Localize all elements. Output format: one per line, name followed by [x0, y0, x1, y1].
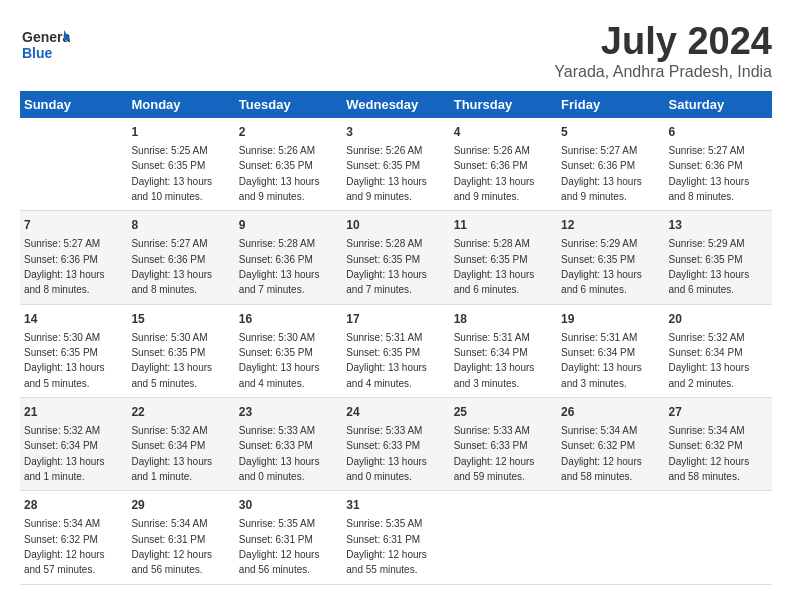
day-info: Sunrise: 5:25 AMSunset: 6:35 PMDaylight:…	[131, 145, 212, 202]
calendar-cell: 23 Sunrise: 5:33 AMSunset: 6:33 PMDaylig…	[235, 398, 342, 491]
calendar-cell: 22 Sunrise: 5:32 AMSunset: 6:34 PMDaylig…	[127, 398, 234, 491]
day-info: Sunrise: 5:27 AMSunset: 6:36 PMDaylight:…	[131, 238, 212, 295]
day-info: Sunrise: 5:28 AMSunset: 6:36 PMDaylight:…	[239, 238, 320, 295]
day-number: 2	[239, 124, 338, 141]
day-info: Sunrise: 5:30 AMSunset: 6:35 PMDaylight:…	[24, 332, 105, 389]
day-number: 23	[239, 404, 338, 421]
day-info: Sunrise: 5:35 AMSunset: 6:31 PMDaylight:…	[346, 518, 427, 575]
weekday-header-row: SundayMondayTuesdayWednesdayThursdayFrid…	[20, 91, 772, 118]
day-info: Sunrise: 5:32 AMSunset: 6:34 PMDaylight:…	[131, 425, 212, 482]
day-number: 12	[561, 217, 660, 234]
day-info: Sunrise: 5:35 AMSunset: 6:31 PMDaylight:…	[239, 518, 320, 575]
day-info: Sunrise: 5:29 AMSunset: 6:35 PMDaylight:…	[669, 238, 750, 295]
day-number: 22	[131, 404, 230, 421]
day-number: 14	[24, 311, 123, 328]
day-number: 5	[561, 124, 660, 141]
week-row-4: 21 Sunrise: 5:32 AMSunset: 6:34 PMDaylig…	[20, 398, 772, 491]
svg-text:General: General	[22, 29, 70, 45]
calendar-cell: 9 Sunrise: 5:28 AMSunset: 6:36 PMDayligh…	[235, 211, 342, 304]
calendar-cell	[20, 118, 127, 211]
main-title: July 2024	[554, 20, 772, 63]
day-number: 16	[239, 311, 338, 328]
day-number: 27	[669, 404, 768, 421]
calendar-cell: 8 Sunrise: 5:27 AMSunset: 6:36 PMDayligh…	[127, 211, 234, 304]
day-number: 29	[131, 497, 230, 514]
calendar-cell: 31 Sunrise: 5:35 AMSunset: 6:31 PMDaylig…	[342, 491, 449, 584]
calendar-cell: 2 Sunrise: 5:26 AMSunset: 6:35 PMDayligh…	[235, 118, 342, 211]
day-info: Sunrise: 5:27 AMSunset: 6:36 PMDaylight:…	[24, 238, 105, 295]
calendar-cell: 12 Sunrise: 5:29 AMSunset: 6:35 PMDaylig…	[557, 211, 664, 304]
weekday-header-friday: Friday	[557, 91, 664, 118]
calendar-cell: 13 Sunrise: 5:29 AMSunset: 6:35 PMDaylig…	[665, 211, 772, 304]
day-info: Sunrise: 5:34 AMSunset: 6:32 PMDaylight:…	[24, 518, 105, 575]
day-info: Sunrise: 5:33 AMSunset: 6:33 PMDaylight:…	[239, 425, 320, 482]
calendar-cell: 25 Sunrise: 5:33 AMSunset: 6:33 PMDaylig…	[450, 398, 557, 491]
day-info: Sunrise: 5:34 AMSunset: 6:32 PMDaylight:…	[561, 425, 642, 482]
logo: General Blue	[20, 20, 70, 74]
calendar-cell: 3 Sunrise: 5:26 AMSunset: 6:35 PMDayligh…	[342, 118, 449, 211]
day-number: 21	[24, 404, 123, 421]
calendar-cell: 30 Sunrise: 5:35 AMSunset: 6:31 PMDaylig…	[235, 491, 342, 584]
logo-icon: General Blue	[20, 20, 70, 70]
calendar-cell: 26 Sunrise: 5:34 AMSunset: 6:32 PMDaylig…	[557, 398, 664, 491]
day-number: 18	[454, 311, 553, 328]
day-info: Sunrise: 5:30 AMSunset: 6:35 PMDaylight:…	[239, 332, 320, 389]
calendar-cell	[450, 491, 557, 584]
day-info: Sunrise: 5:30 AMSunset: 6:35 PMDaylight:…	[131, 332, 212, 389]
weekday-header-monday: Monday	[127, 91, 234, 118]
day-number: 17	[346, 311, 445, 328]
day-number: 24	[346, 404, 445, 421]
day-number: 20	[669, 311, 768, 328]
day-info: Sunrise: 5:27 AMSunset: 6:36 PMDaylight:…	[669, 145, 750, 202]
calendar-cell: 17 Sunrise: 5:31 AMSunset: 6:35 PMDaylig…	[342, 304, 449, 397]
day-info: Sunrise: 5:29 AMSunset: 6:35 PMDaylight:…	[561, 238, 642, 295]
weekday-header-tuesday: Tuesday	[235, 91, 342, 118]
calendar-cell: 10 Sunrise: 5:28 AMSunset: 6:35 PMDaylig…	[342, 211, 449, 304]
calendar-cell: 5 Sunrise: 5:27 AMSunset: 6:36 PMDayligh…	[557, 118, 664, 211]
calendar-cell: 14 Sunrise: 5:30 AMSunset: 6:35 PMDaylig…	[20, 304, 127, 397]
page-header: General Blue July 2024 Yarada, Andhra Pr…	[20, 20, 772, 81]
sub-title: Yarada, Andhra Pradesh, India	[554, 63, 772, 81]
weekday-header-saturday: Saturday	[665, 91, 772, 118]
day-info: Sunrise: 5:28 AMSunset: 6:35 PMDaylight:…	[454, 238, 535, 295]
calendar-cell: 7 Sunrise: 5:27 AMSunset: 6:36 PMDayligh…	[20, 211, 127, 304]
day-number: 15	[131, 311, 230, 328]
week-row-2: 7 Sunrise: 5:27 AMSunset: 6:36 PMDayligh…	[20, 211, 772, 304]
calendar-cell: 28 Sunrise: 5:34 AMSunset: 6:32 PMDaylig…	[20, 491, 127, 584]
day-info: Sunrise: 5:33 AMSunset: 6:33 PMDaylight:…	[346, 425, 427, 482]
day-info: Sunrise: 5:32 AMSunset: 6:34 PMDaylight:…	[669, 332, 750, 389]
weekday-header-wednesday: Wednesday	[342, 91, 449, 118]
calendar-cell: 21 Sunrise: 5:32 AMSunset: 6:34 PMDaylig…	[20, 398, 127, 491]
day-number: 1	[131, 124, 230, 141]
calendar-cell: 27 Sunrise: 5:34 AMSunset: 6:32 PMDaylig…	[665, 398, 772, 491]
day-number: 13	[669, 217, 768, 234]
day-number: 8	[131, 217, 230, 234]
day-number: 30	[239, 497, 338, 514]
calendar-cell: 11 Sunrise: 5:28 AMSunset: 6:35 PMDaylig…	[450, 211, 557, 304]
day-number: 4	[454, 124, 553, 141]
day-info: Sunrise: 5:31 AMSunset: 6:35 PMDaylight:…	[346, 332, 427, 389]
calendar-cell	[665, 491, 772, 584]
calendar-table: SundayMondayTuesdayWednesdayThursdayFrid…	[20, 91, 772, 585]
day-info: Sunrise: 5:32 AMSunset: 6:34 PMDaylight:…	[24, 425, 105, 482]
day-info: Sunrise: 5:34 AMSunset: 6:32 PMDaylight:…	[669, 425, 750, 482]
calendar-cell: 15 Sunrise: 5:30 AMSunset: 6:35 PMDaylig…	[127, 304, 234, 397]
day-info: Sunrise: 5:26 AMSunset: 6:36 PMDaylight:…	[454, 145, 535, 202]
day-number: 28	[24, 497, 123, 514]
calendar-cell: 16 Sunrise: 5:30 AMSunset: 6:35 PMDaylig…	[235, 304, 342, 397]
calendar-cell: 18 Sunrise: 5:31 AMSunset: 6:34 PMDaylig…	[450, 304, 557, 397]
day-number: 10	[346, 217, 445, 234]
day-number: 26	[561, 404, 660, 421]
day-info: Sunrise: 5:28 AMSunset: 6:35 PMDaylight:…	[346, 238, 427, 295]
calendar-cell: 6 Sunrise: 5:27 AMSunset: 6:36 PMDayligh…	[665, 118, 772, 211]
day-info: Sunrise: 5:33 AMSunset: 6:33 PMDaylight:…	[454, 425, 535, 482]
day-info: Sunrise: 5:26 AMSunset: 6:35 PMDaylight:…	[346, 145, 427, 202]
calendar-cell: 29 Sunrise: 5:34 AMSunset: 6:31 PMDaylig…	[127, 491, 234, 584]
calendar-cell	[557, 491, 664, 584]
week-row-5: 28 Sunrise: 5:34 AMSunset: 6:32 PMDaylig…	[20, 491, 772, 584]
day-info: Sunrise: 5:27 AMSunset: 6:36 PMDaylight:…	[561, 145, 642, 202]
day-number: 3	[346, 124, 445, 141]
title-block: July 2024 Yarada, Andhra Pradesh, India	[554, 20, 772, 81]
svg-text:Blue: Blue	[22, 45, 53, 61]
weekday-header-sunday: Sunday	[20, 91, 127, 118]
